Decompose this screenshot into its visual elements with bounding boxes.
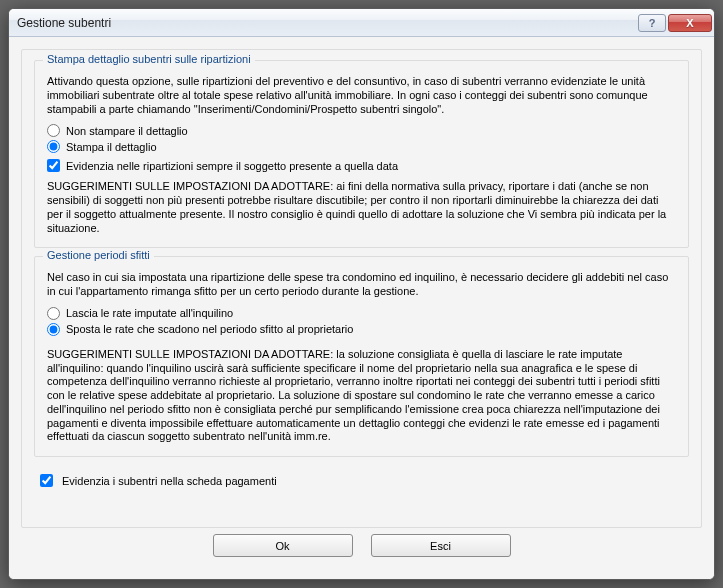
group-stampa-dettaglio: Stampa dettaglio subentri sulle ripartiz… bbox=[34, 60, 689, 248]
check-evidenzia-subentri[interactable]: Evidenzia i subentri nella scheda pagame… bbox=[36, 471, 689, 490]
help-button[interactable]: ? bbox=[638, 14, 666, 32]
radio-non-stampare[interactable]: Non stampare il dettaglio bbox=[47, 124, 676, 137]
close-icon: X bbox=[686, 17, 693, 29]
radio-sposta-rate-input[interactable] bbox=[47, 323, 60, 336]
radio-non-stampare-input[interactable] bbox=[47, 124, 60, 137]
radio-stampa-label: Stampa il dettaglio bbox=[66, 141, 157, 153]
check-evidenzia-ripartizioni-label: Evidenzia nelle ripartizioni sempre il s… bbox=[66, 160, 398, 172]
check-evidenzia-subentri-input[interactable] bbox=[40, 474, 53, 487]
button-row: Ok Esci bbox=[21, 528, 702, 567]
titlebar: Gestione subentri ? X bbox=[9, 9, 714, 37]
dialog-window: Gestione subentri ? X Stampa dettaglio s… bbox=[8, 8, 715, 580]
group1-advice: SUGGERIMENTI SULLE IMPOSTAZIONI DA ADOTT… bbox=[47, 180, 676, 235]
group2-advice-head: SUGGERIMENTI SULLE IMPOSTAZIONI DA ADOTT… bbox=[47, 348, 336, 360]
radio-stampa[interactable]: Stampa il dettaglio bbox=[47, 140, 676, 153]
group-stampa-dettaglio-label: Stampa dettaglio subentri sulle ripartiz… bbox=[43, 53, 255, 65]
main-frame: Stampa dettaglio subentri sulle ripartiz… bbox=[21, 49, 702, 528]
radio-lascia-rate[interactable]: Lascia le rate imputate all'inquilino bbox=[47, 307, 676, 320]
radio-sposta-rate[interactable]: Sposta le rate che scadono nel periodo s… bbox=[47, 323, 676, 336]
window-title: Gestione subentri bbox=[17, 16, 636, 30]
help-icon: ? bbox=[649, 17, 656, 29]
group1-advice-head: SUGGERIMENTI SULLE IMPOSTAZIONI DA ADOTT… bbox=[47, 180, 336, 192]
client-area: Stampa dettaglio subentri sulle ripartiz… bbox=[9, 37, 714, 579]
check-evidenzia-subentri-label: Evidenzia i subentri nella scheda pagame… bbox=[62, 475, 277, 487]
close-button[interactable]: X bbox=[668, 14, 712, 32]
exit-button[interactable]: Esci bbox=[371, 534, 511, 557]
group-periodi-sfitti: Gestione periodi sfitti Nel caso in cui … bbox=[34, 256, 689, 457]
group2-advice: SUGGERIMENTI SULLE IMPOSTAZIONI DA ADOTT… bbox=[47, 348, 676, 444]
radio-sposta-rate-label: Sposta le rate che scadono nel periodo s… bbox=[66, 323, 353, 335]
radio-lascia-rate-label: Lascia le rate imputate all'inquilino bbox=[66, 307, 233, 319]
group2-advice-body: la soluzione consigliata è quella di las… bbox=[47, 348, 660, 443]
radio-lascia-rate-input[interactable] bbox=[47, 307, 60, 320]
radio-non-stampare-label: Non stampare il dettaglio bbox=[66, 125, 188, 137]
check-evidenzia-ripartizioni-input[interactable] bbox=[47, 159, 60, 172]
check-evidenzia-ripartizioni[interactable]: Evidenzia nelle ripartizioni sempre il s… bbox=[47, 159, 676, 172]
titlebar-buttons: ? X bbox=[636, 14, 712, 32]
radio-stampa-input[interactable] bbox=[47, 140, 60, 153]
ok-button[interactable]: Ok bbox=[213, 534, 353, 557]
group2-intro: Nel caso in cui sia impostata una ripart… bbox=[47, 271, 676, 299]
group-periodi-sfitti-label: Gestione periodi sfitti bbox=[43, 249, 154, 261]
group1-intro: Attivando questa opzione, sulle ripartiz… bbox=[47, 75, 676, 116]
